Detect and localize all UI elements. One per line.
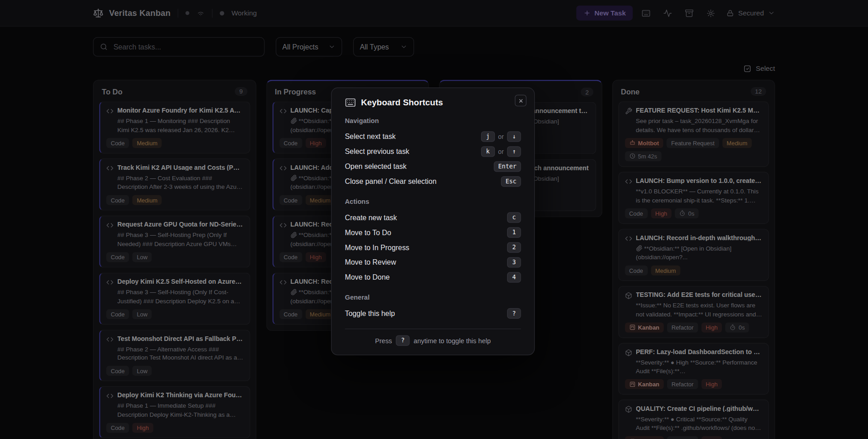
shortcut-keys: 4 bbox=[507, 272, 521, 282]
key-chip: 3 bbox=[507, 257, 521, 267]
key-chip: Enter bbox=[494, 161, 521, 172]
shortcut-keys: 3 bbox=[507, 257, 521, 267]
shortcut-section-title: Navigation bbox=[345, 117, 521, 125]
shortcut-label: Move to To Do bbox=[345, 228, 391, 237]
footer-suffix-text: anytime to toggle this help bbox=[414, 337, 491, 345]
key-chip: Esc bbox=[501, 176, 521, 187]
keyboard-shortcuts-modal: Keyboard Shortcuts NavigationSelect next… bbox=[331, 88, 535, 355]
key-chip: j bbox=[481, 131, 495, 142]
shortcut-row: Toggle this help? bbox=[345, 306, 521, 321]
key-chip: 2 bbox=[507, 242, 521, 252]
shortcut-keys: kor↑ bbox=[481, 146, 521, 157]
shortcut-section-title: Actions bbox=[345, 198, 521, 206]
shortcut-label: Select previous task bbox=[345, 148, 409, 156]
shortcut-label: Toggle this help bbox=[345, 309, 395, 317]
keyboard-icon bbox=[345, 97, 356, 108]
shortcut-label: Open selected task bbox=[345, 163, 406, 171]
key-chip: 1 bbox=[507, 227, 521, 237]
shortcut-row: Open selected taskEnter bbox=[345, 159, 521, 174]
app-root: Veritas Kanban Working New Task Secured bbox=[0, 0, 868, 439]
key-chip: c bbox=[507, 212, 521, 223]
shortcut-keys: ? bbox=[507, 308, 521, 319]
shortcut-label: Close panel / Clear selection bbox=[345, 178, 436, 186]
shortcut-label: Move to Done bbox=[345, 273, 390, 281]
shortcut-row: Move to In Progress2 bbox=[345, 240, 521, 255]
key-chip: 4 bbox=[507, 272, 521, 282]
shortcut-keys: 2 bbox=[507, 242, 521, 252]
shortcut-keys: 1 bbox=[507, 227, 521, 237]
shortcut-row: Select next taskjor↓ bbox=[345, 129, 521, 144]
shortcut-label: Move to In Progress bbox=[345, 243, 409, 252]
shortcut-row: Move to Review3 bbox=[345, 255, 521, 270]
shortcut-row: Move to To Do1 bbox=[345, 225, 521, 240]
key-chip: ↓ bbox=[507, 131, 521, 142]
close-button[interactable] bbox=[515, 95, 527, 107]
or-text: or bbox=[498, 133, 503, 140]
shortcut-section-title: General bbox=[345, 294, 521, 301]
footer-press-text: Press bbox=[375, 337, 392, 345]
shortcut-row: Select previous taskkor↑ bbox=[345, 144, 521, 159]
shortcut-keys: jor↓ bbox=[481, 131, 521, 142]
shortcut-label: Select next task bbox=[345, 133, 395, 141]
modal-title: Keyboard Shortcuts bbox=[361, 98, 443, 108]
shortcut-label: Move to Review bbox=[345, 258, 396, 266]
key-chip: ↑ bbox=[507, 146, 521, 157]
shortcut-keys: Esc bbox=[501, 176, 521, 187]
or-text: or bbox=[498, 148, 503, 155]
close-icon bbox=[518, 98, 523, 103]
shortcut-sections: NavigationSelect next taskjor↓Select pre… bbox=[345, 117, 521, 321]
shortcut-keys: c bbox=[507, 212, 521, 223]
shortcut-row: Move to Done4 bbox=[345, 270, 521, 285]
shortcut-label: Create new task bbox=[345, 213, 397, 222]
modal-footer: Press ? anytime to toggle this help bbox=[345, 335, 521, 347]
shortcut-keys: Enter bbox=[494, 161, 521, 172]
shortcut-row: Create new taskc bbox=[345, 210, 521, 225]
key-chip: ? bbox=[507, 308, 521, 319]
key-chip: k bbox=[481, 146, 495, 157]
key-chip: ? bbox=[396, 335, 410, 346]
shortcut-row: Close panel / Clear selectionEsc bbox=[345, 174, 521, 189]
divider bbox=[345, 329, 521, 329]
